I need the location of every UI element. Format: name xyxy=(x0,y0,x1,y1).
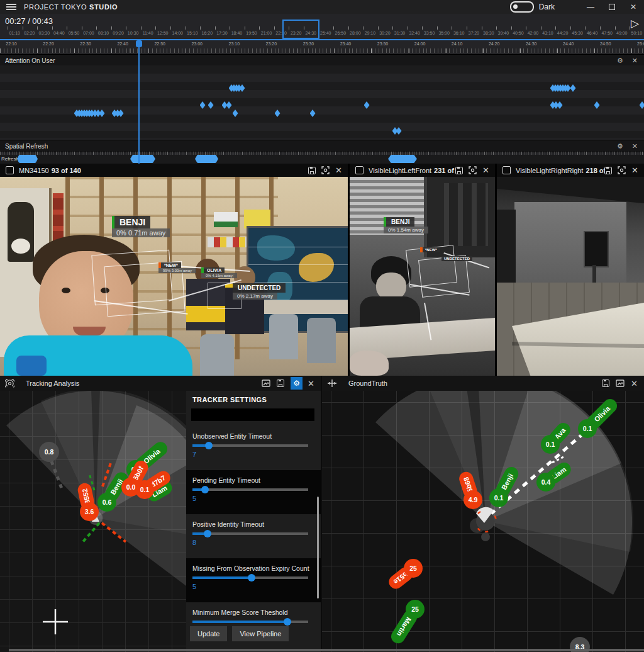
spatial-refresh-bar[interactable] xyxy=(388,155,417,163)
overview-ruler-ticks[interactable] xyxy=(8,26,640,30)
slider-value: 5 xyxy=(192,583,314,590)
svg-text:3.6: 3.6 xyxy=(85,508,94,515)
minimize-button[interactable]: — xyxy=(580,0,601,14)
save-icon[interactable] xyxy=(455,167,463,174)
slider-label: Missing From Observation Expiry Count xyxy=(192,565,314,572)
ruler-label: 46:40 xyxy=(587,31,598,35)
groundtruth-title: GroundTruth xyxy=(348,379,602,387)
ruler-label: 26:50 xyxy=(335,31,347,35)
grayscale-scene-right xyxy=(497,177,644,376)
maximize-button[interactable] xyxy=(601,0,623,14)
gear-icon[interactable]: ⚙ xyxy=(617,57,623,65)
timeline-selection-box[interactable] xyxy=(282,20,319,39)
ruler-label: 23:00 xyxy=(191,42,203,46)
close-icon[interactable]: ✕ xyxy=(631,379,638,388)
checkbox-icon[interactable] xyxy=(355,166,364,174)
settings-black-box xyxy=(191,408,314,421)
slider-track[interactable] xyxy=(192,488,308,491)
slider-thumb[interactable] xyxy=(204,530,211,537)
tracker-settings-title: TRACKER SETTINGS xyxy=(192,396,321,403)
spatial-refresh-bar[interactable] xyxy=(17,155,38,163)
crosshair-cursor xyxy=(43,609,68,634)
face-scan-icon[interactable] xyxy=(469,166,477,174)
ruler-label: 37:20 xyxy=(468,31,479,35)
horizontal-scrollbar[interactable] xyxy=(9,649,644,651)
slider-track[interactable] xyxy=(192,444,308,447)
close-icon[interactable]: ✕ xyxy=(335,166,342,174)
ruler-label: 04:40 xyxy=(53,31,65,35)
gear-icon-active[interactable]: ⚙ xyxy=(291,377,303,390)
ruler-label: 23:30 xyxy=(303,42,314,46)
chair-mid xyxy=(200,334,234,376)
groundtruth-panel: 5b684.9Benji0.1Liam0.4Ava0.1Olivia0.1b51… xyxy=(322,391,644,652)
spatial-refresh-bar[interactable] xyxy=(195,155,218,163)
slider-group: Positive Identity Timeout8 xyxy=(186,514,321,558)
spatial-refresh-bar[interactable] xyxy=(130,155,155,163)
ruler-label: 50:10 xyxy=(631,31,643,35)
ruler-label: 44:20 xyxy=(557,31,569,35)
svg-text:0.6: 0.6 xyxy=(103,498,112,506)
slider-thumb[interactable] xyxy=(201,486,209,493)
hand xyxy=(350,351,389,376)
slider-thumb[interactable] xyxy=(284,618,291,626)
close-button[interactable]: ✕ xyxy=(623,0,644,14)
update-button[interactable]: Update xyxy=(190,626,227,641)
svg-text:0.1: 0.1 xyxy=(583,425,592,432)
ruler-label: 30:20 xyxy=(379,31,391,35)
video-panel-row: MN3415093 of 140 ✕ xyxy=(0,164,644,376)
slider-thumb[interactable] xyxy=(205,442,213,449)
entity-pin-0.8[interactable]: 0.8 xyxy=(39,442,59,462)
image-export-icon[interactable] xyxy=(262,379,270,387)
save-icon[interactable] xyxy=(602,379,609,387)
entity-pin-b51e[interactable]: b51e25 xyxy=(386,559,423,592)
playhead-handle[interactable] xyxy=(136,40,142,47)
close-icon[interactable]: ✕ xyxy=(482,166,489,174)
close-icon[interactable]: ✕ xyxy=(632,57,638,65)
hamburger-menu-icon[interactable] xyxy=(6,4,16,10)
detail-ruler-ticks[interactable] xyxy=(0,48,644,53)
back-wall xyxy=(514,202,626,283)
ruler-label: 18:40 xyxy=(231,31,243,35)
playhead-line[interactable] xyxy=(138,39,140,164)
ruler-label: 47:50 xyxy=(601,31,613,35)
slider-label: Positive Identity Timeout xyxy=(192,520,314,528)
close-icon[interactable]: ✕ xyxy=(308,379,314,388)
ruler-label: 23:40 xyxy=(340,42,352,46)
slider-track[interactable] xyxy=(192,576,308,579)
slider-track[interactable] xyxy=(192,532,308,535)
close-icon[interactable]: ✕ xyxy=(631,166,638,174)
ruler-label: 43:10 xyxy=(542,31,553,35)
svg-text:0.1: 0.1 xyxy=(494,494,504,502)
view-pipeline-button[interactable]: View Pipeline xyxy=(232,626,289,641)
gear-icon[interactable]: ⚙ xyxy=(617,142,623,150)
save-icon[interactable] xyxy=(308,167,316,174)
save-icon[interactable] xyxy=(277,379,284,387)
slider-fill xyxy=(192,576,252,579)
face-scan-icon[interactable] xyxy=(618,166,626,174)
theme-toggle[interactable] xyxy=(510,1,534,13)
settings-sliders: Unobserved Entity Timeout7Pending Entity… xyxy=(186,426,321,646)
ruler-label: 11:40 xyxy=(143,31,153,35)
svg-text:4.9: 4.9 xyxy=(469,496,478,503)
radar-icon xyxy=(5,379,14,388)
slider-value: 8 xyxy=(192,539,314,546)
groundtruth-header: GroundTruth ✕ xyxy=(322,376,644,391)
checkbox-icon[interactable] xyxy=(502,166,511,174)
ruler-label: 38:30 xyxy=(483,31,494,35)
detail-ruler-topline xyxy=(0,39,644,40)
spatial-track-header: Spatial Refresh ⚙ ✕ xyxy=(0,140,644,152)
entity-pin-Martin[interactable]: Martin25 xyxy=(389,600,425,646)
video-header: MN3415093 of 140 ✕ xyxy=(0,164,348,177)
slider-track[interactable] xyxy=(192,621,308,623)
settings-scrollbar[interactable] xyxy=(317,497,319,599)
checkbox-icon[interactable] xyxy=(6,166,14,174)
close-icon[interactable]: ✕ xyxy=(632,142,638,150)
ruler-label: 02:20 xyxy=(24,31,35,35)
video-title: MN3415093 of 140 xyxy=(19,167,308,174)
image-export-icon[interactable] xyxy=(616,379,625,387)
face-scan-icon[interactable] xyxy=(321,166,330,174)
slider-group: Unobserved Entity Timeout7 xyxy=(186,426,321,470)
slider-thumb[interactable] xyxy=(248,574,255,582)
save-icon[interactable] xyxy=(604,167,612,174)
ruler-label: 21:00 xyxy=(261,31,272,35)
